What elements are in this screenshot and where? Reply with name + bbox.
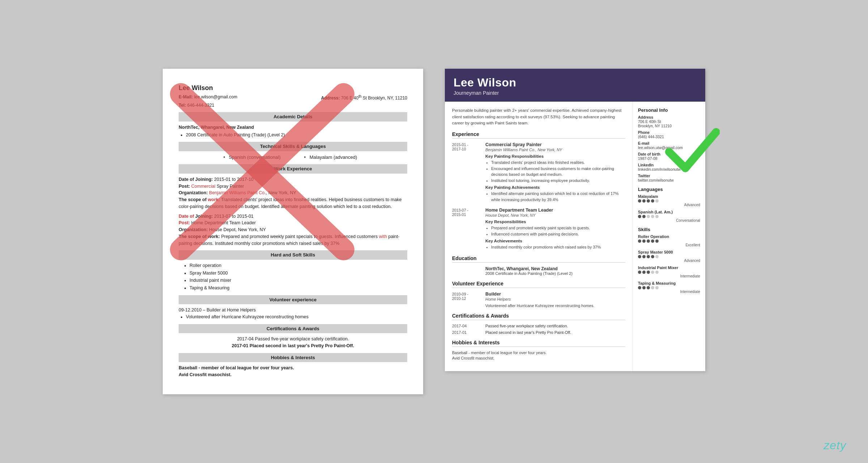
cert-date-2: 2017-01 bbox=[452, 330, 481, 335]
ach-title-1: Key Painting Achievements bbox=[485, 185, 625, 190]
volunteer-content: 09-12.2010 – Builder at Home Helpers Vol… bbox=[179, 307, 407, 320]
cert-right-1: 2017-04 Passed five-year workplace safet… bbox=[452, 324, 625, 328]
dot-empty bbox=[655, 255, 659, 258]
list-item: Spray Master 5000 bbox=[190, 270, 407, 277]
section-certs: Certifications & Awards bbox=[179, 324, 407, 334]
dot-empty bbox=[655, 271, 659, 274]
skill-taping: Taping & Measuring Intermediate bbox=[638, 281, 700, 294]
dot bbox=[638, 271, 641, 274]
section-academic: Academic Details bbox=[179, 112, 407, 122]
work-dates-2: Date of Joining: 2013-07 to 2015-01 bbox=[179, 213, 407, 220]
institution-name: NorthTec, Whangarei, New Zealand bbox=[179, 124, 407, 131]
dot-empty bbox=[651, 271, 654, 274]
lang-level-1: Advanced bbox=[638, 203, 700, 207]
skill-roller: Roller Operation Excellent bbox=[638, 234, 700, 247]
exp-block-2: 2013-07 -2015-01 Home Department Team Le… bbox=[452, 208, 625, 250]
dot bbox=[642, 199, 646, 203]
work-org-1: Organization: Benjamin Williams Paint Co… bbox=[179, 190, 407, 196]
cert-text-2: Placed second in last year's Pretty Pro … bbox=[485, 330, 571, 335]
twitter-label: Twitter bbox=[638, 174, 700, 178]
skill-spanish: Spanish (conversational) bbox=[229, 154, 281, 161]
zety-logo: zety bbox=[824, 439, 846, 452]
cert-2: 2017-01 Placed second in last year's Pre… bbox=[179, 343, 407, 349]
list-item: Instituted tool tutoring, increasing emp… bbox=[491, 178, 625, 184]
dots-2 bbox=[638, 215, 700, 218]
edu-block: NorthTec, Whangarei, New Zealand 2008 Ce… bbox=[452, 266, 625, 276]
certs-title: Certifications & Awards bbox=[452, 313, 625, 320]
left-address: Address: 706 E 40th St Brooklyn, NY, 112… bbox=[321, 94, 407, 101]
school-name: NorthTec, Whangarei, New Zealand bbox=[485, 266, 573, 271]
academic-content: NorthTec, Whangarei, New Zealand 2008 Ce… bbox=[179, 124, 407, 139]
dot bbox=[655, 239, 659, 243]
list-item: Instituted monthly color promotions whic… bbox=[491, 244, 625, 250]
cert-text-1: Passed five-year workplace safety certif… bbox=[485, 324, 568, 328]
section-work: Work Experience bbox=[179, 164, 407, 174]
job-title-1: Commercial Spray Painter bbox=[485, 142, 625, 147]
address-value: 706 E 40th StBrooklyn, NY 11210 bbox=[638, 119, 700, 128]
dot bbox=[647, 199, 650, 203]
dot bbox=[638, 286, 641, 289]
job-title-2: Home Department Team Leader bbox=[485, 208, 625, 213]
hobby-1: Baseball - member of local league for ov… bbox=[179, 365, 407, 371]
lang-spanish: Spanish (Lat. Am.) Conversational bbox=[638, 210, 700, 222]
dot bbox=[638, 239, 641, 243]
vol-content: Builder Home Helpers Volunteered after H… bbox=[485, 292, 625, 308]
work-post-2: Post: Home Department Team Leader bbox=[179, 220, 407, 226]
dot bbox=[642, 271, 646, 274]
right-title: Journeyman Painter bbox=[454, 90, 697, 96]
skill-level-1: Excellent bbox=[638, 243, 700, 247]
cert-date-1: 2017-04 bbox=[452, 324, 481, 328]
dot bbox=[642, 239, 646, 243]
education-section: Education NorthTec, Whangarei, New Zeala… bbox=[452, 255, 625, 276]
skill-name-1: Roller Operation bbox=[638, 234, 700, 239]
skill-dots-4 bbox=[638, 286, 700, 289]
vol-dates: 2010-09 -2010-12 bbox=[452, 292, 481, 308]
work-block-1: Date of Joining: 2015-01 to 2017-10 Post… bbox=[179, 176, 407, 210]
skill-dots-3 bbox=[638, 271, 700, 274]
left-tel: Tel: 646-444-3321 bbox=[179, 102, 407, 109]
company-1: Benjamin Williams Paint Co., New York, N… bbox=[485, 148, 625, 152]
skill-level-3: Intermediate bbox=[638, 274, 700, 278]
certs-section: Certifications & Awards 2017-04 Passed f… bbox=[452, 313, 625, 335]
dot bbox=[651, 255, 654, 258]
list-item: Identified alternate painting solution w… bbox=[491, 191, 625, 203]
hard-soft-list: Roller operation Spray Master 5000 Indus… bbox=[190, 262, 407, 292]
hobby-right-1: Baseball - member of local league for ov… bbox=[452, 351, 625, 355]
list-item: Encouraged and influenced business custo… bbox=[491, 166, 625, 178]
lang-level-2: Conversational bbox=[638, 218, 700, 222]
skill-name-4: Taping & Measuring bbox=[638, 281, 700, 285]
exp-dates-1: 2015-01 -2017-10 bbox=[452, 142, 481, 203]
phone-value: (646) 444-3321 bbox=[638, 135, 700, 139]
dot bbox=[642, 215, 646, 218]
skill-malayalam: Malayalam (advanced) bbox=[310, 154, 357, 161]
work-scope-1: The scope of work: Translated clients' p… bbox=[179, 196, 407, 210]
resp-title-1: Key Painting Responsibilities bbox=[485, 154, 625, 158]
twitter-value: twitter.com/wilsonutw bbox=[638, 178, 700, 182]
dots-1 bbox=[638, 199, 700, 203]
resume-left: Lee Wilson E-Mail: lee.wilson@gmail.com … bbox=[163, 69, 423, 394]
linkedin-label: LinkedIn bbox=[638, 163, 700, 167]
degree-name: 2008 Certificate in Auto Painting (Trade… bbox=[485, 271, 573, 276]
list-item: Volunteered after Hurricane Kuhrayzee re… bbox=[186, 314, 407, 320]
list-item: Prepared and promoted weekly paint speci… bbox=[491, 225, 625, 231]
vol-org: Home Helpers bbox=[485, 297, 625, 301]
right-sidebar: Personal Info Address 706 E 40th StBrook… bbox=[633, 102, 705, 371]
dob-value: 1987-07-08 bbox=[638, 156, 700, 161]
work-dates-1: Date of Joining: 2015-01 to 2017-10 bbox=[179, 176, 407, 183]
edu-content: NorthTec, Whangarei, New Zealand 2008 Ce… bbox=[485, 266, 573, 276]
address-label: Address bbox=[638, 115, 700, 119]
skill-paint-mixer: Industrial Paint Mixer Intermediate bbox=[638, 266, 700, 278]
right-name: Lee Wilson bbox=[454, 76, 697, 89]
hobbies-title: Hobbies & Interests bbox=[452, 340, 625, 347]
dot bbox=[638, 255, 641, 258]
work-scope-2: The scope of work: Prepared and promoted… bbox=[179, 233, 407, 247]
work-block-2: Date of Joining: 2013-07 to 2015-01 Post… bbox=[179, 213, 407, 247]
hobby-2: Avid Crossfit masochist. bbox=[179, 371, 407, 378]
vol-block: 2010-09 -2010-12 Builder Home Helpers Vo… bbox=[452, 292, 625, 308]
summary-text: Personable building painter with 2+ year… bbox=[452, 107, 625, 126]
work-post-1: Post: Commercial Spray Painter bbox=[179, 183, 407, 190]
left-name: Lee Wilson bbox=[179, 83, 407, 93]
volunteer-section: Volunteer Experience 2010-09 -2010-12 Bu… bbox=[452, 281, 625, 308]
company-2: House Depot, New York, NY bbox=[485, 213, 625, 217]
dot bbox=[638, 199, 641, 203]
